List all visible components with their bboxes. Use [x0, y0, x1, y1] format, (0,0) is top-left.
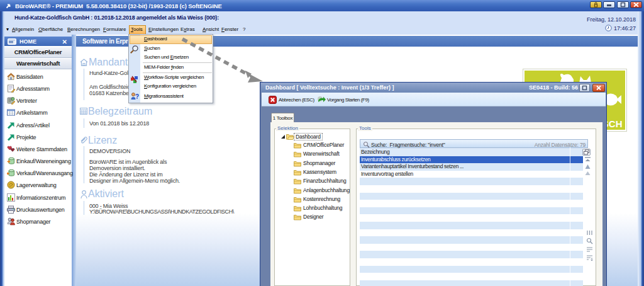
svg-text:?: ? [135, 93, 139, 100]
